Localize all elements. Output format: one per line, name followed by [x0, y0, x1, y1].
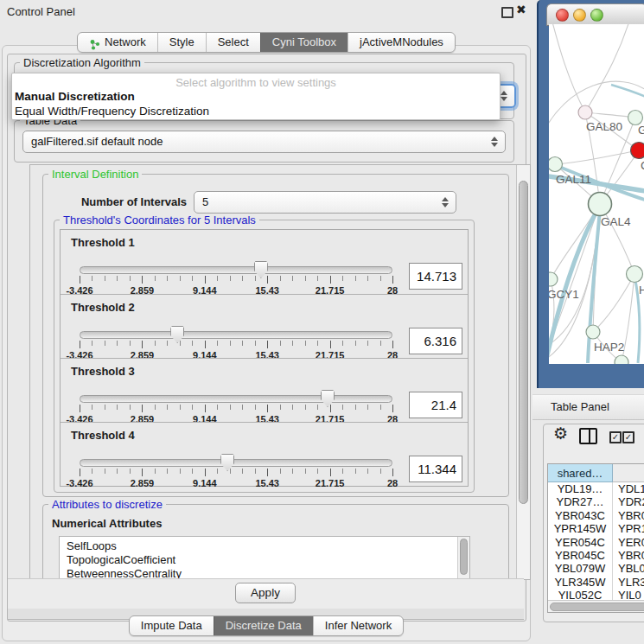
- tab-jactivemnodules[interactable]: jActiveMNodules: [348, 33, 455, 52]
- threshold-value-field[interactable]: 14.713: [409, 263, 462, 290]
- network-window-titlebar[interactable]: [546, 3, 644, 26]
- threshold-label: Threshold 3: [71, 365, 135, 378]
- cell[interactable]: YBR045C: [548, 549, 613, 562]
- cell[interactable]: YBL0: [613, 562, 644, 575]
- checkbox-icon[interactable]: ✓: [622, 431, 634, 443]
- tick: [392, 341, 393, 348]
- cell[interactable]: YBL079W: [548, 562, 613, 575]
- tick: [267, 276, 268, 284]
- table-row[interactable]: YDR27…YDR2: [548, 495, 644, 508]
- table-row[interactable]: YDL19…YDL1: [548, 482, 644, 495]
- scrollbar-thumb[interactable]: [519, 181, 528, 504]
- apply-button[interactable]: Apply: [235, 583, 296, 603]
- tab-label: Infer Network: [325, 616, 392, 635]
- tab-style[interactable]: Style: [157, 33, 206, 52]
- cell[interactable]: YPR145W: [548, 522, 613, 535]
- tick: [142, 276, 143, 284]
- table-row[interactable]: YBR045CYBR0: [548, 549, 644, 562]
- slider-track[interactable]: [80, 331, 392, 339]
- float-window-icon[interactable]: [501, 7, 513, 18]
- numerical-attributes-list[interactable]: SelfLoops TopologicalCoefficient Between…: [59, 536, 470, 580]
- threshold-slider[interactable]: -3.426 2.859 9.144 15.43 21.715 28: [80, 329, 392, 355]
- threshold-value-field[interactable]: 21.4: [409, 392, 462, 418]
- cell[interactable]: YDL1: [613, 482, 644, 495]
- node-label-gal4: GAL4: [601, 215, 631, 228]
- table-data-select[interactable]: galFiltered.sif default node: [22, 131, 506, 153]
- tick: [80, 405, 80, 412]
- network-canvas[interactable]: GAL80 GAL11 GAL4 GCY1 HAP2 GA C H: [549, 24, 644, 364]
- list-item[interactable]: SelfLoops: [60, 537, 469, 553]
- table-row[interactable]: YLR345WYLR3: [548, 576, 644, 589]
- list-scrollbar[interactable]: [457, 537, 469, 580]
- tab-discretize-data[interactable]: Discretize Data: [214, 616, 313, 635]
- node-green[interactable]: [628, 111, 643, 125]
- threshold-value-field[interactable]: 11.344: [409, 456, 462, 482]
- close-traffic-light[interactable]: [556, 9, 569, 22]
- tick: [267, 341, 268, 348]
- column-header-name[interactable]: na: [613, 464, 644, 482]
- cell[interactable]: YDR2: [613, 495, 644, 508]
- node-gal4[interactable]: [589, 193, 612, 216]
- tick: [205, 469, 206, 476]
- settings-scrollbar[interactable]: [516, 165, 530, 579]
- cell[interactable]: YLR3: [613, 576, 644, 589]
- table-horizontal-scrollbar[interactable]: [548, 600, 644, 612]
- spinner-arrows-icon: [442, 197, 449, 207]
- node-gal11[interactable]: [549, 157, 563, 172]
- minimize-traffic-light[interactable]: [573, 9, 586, 22]
- cell[interactable]: YER0: [613, 536, 644, 549]
- close-icon[interactable]: ✖: [516, 3, 526, 16]
- table-row[interactable]: YPR145WYPR1: [548, 522, 644, 535]
- node-hap2[interactable]: [586, 325, 600, 339]
- dropdown-item-equal-width[interactable]: Equal Width/Frequency Discretization: [12, 104, 500, 118]
- tick: [205, 341, 206, 348]
- list-item[interactable]: TopologicalCoefficient: [60, 553, 469, 567]
- columns-icon[interactable]: [579, 428, 597, 444]
- slider-track[interactable]: [80, 459, 392, 467]
- table-row[interactable]: YBL079WYBL0: [548, 562, 644, 575]
- cell[interactable]: YBR0: [613, 509, 644, 522]
- tab-infer-network[interactable]: Infer Network: [313, 616, 403, 635]
- node-label-gal11: GAL11: [556, 173, 591, 186]
- dropdown-item-manual[interactable]: Manual Discretization: [12, 89, 500, 104]
- node-red-selected[interactable]: [631, 143, 644, 159]
- tick: [205, 405, 206, 412]
- threshold-slider[interactable]: -3.426 2.859 9.144 15.43 21.715 28: [80, 265, 392, 290]
- cell[interactable]: YLR345W: [548, 576, 613, 589]
- threshold-coordinates-group: Threshold's Coordinates for 5 Intervals …: [54, 220, 475, 493]
- node-gal80[interactable]: [578, 105, 592, 119]
- threshold-slider[interactable]: -3.426 2.859 9.144 15.43 21.715 28: [80, 393, 392, 419]
- table-row[interactable]: YBR043CYBR0: [548, 509, 644, 522]
- attributes-group: Attributes to discretize Numerical Attri…: [42, 504, 509, 580]
- tab-cyni-toolbox[interactable]: Cyni Toolbox: [260, 33, 348, 52]
- zoom-traffic-light[interactable]: [590, 9, 603, 22]
- column-header-shared[interactable]: shared…: [548, 464, 613, 482]
- cell[interactable]: YBR0: [613, 549, 644, 562]
- threshold-slider[interactable]: -3.426 2.859 9.144 15.43 21.715 28: [80, 457, 392, 483]
- tab-network[interactable]: Network: [78, 33, 157, 52]
- spinner-arrows-icon: [491, 137, 498, 147]
- node-label-hap2: HAP2: [594, 341, 624, 354]
- node-h[interactable]: [627, 266, 643, 283]
- cell[interactable]: YBR043C: [548, 509, 613, 522]
- group-title: Threshold's Coordinates for 5 Intervals: [60, 214, 259, 226]
- cell[interactable]: YDL19…: [548, 482, 613, 495]
- threshold-value-field[interactable]: 6.316: [409, 328, 462, 354]
- tab-select[interactable]: Select: [206, 33, 260, 52]
- cell[interactable]: YDR27…: [548, 495, 613, 508]
- network-icon: [89, 37, 100, 48]
- node-gcy1[interactable]: [549, 272, 558, 286]
- node-bottom[interactable]: [615, 355, 628, 364]
- scrollbar-thumb[interactable]: [460, 539, 468, 575]
- table-data-value: galFiltered.sif default node: [31, 135, 163, 148]
- slider-track[interactable]: [80, 266, 392, 274]
- slider-track[interactable]: [80, 395, 392, 403]
- tab-impute-data[interactable]: Impute Data: [130, 616, 214, 635]
- num-intervals-select[interactable]: 5: [194, 191, 456, 214]
- cell[interactable]: YER054C: [548, 536, 613, 549]
- cell[interactable]: YPR1: [613, 522, 644, 535]
- table-row[interactable]: YER054CYER0: [548, 536, 644, 549]
- gear-icon[interactable]: ⚙: [553, 424, 568, 443]
- scrollbar-thumb[interactable]: [550, 603, 644, 611]
- checkbox-icon[interactable]: ✓: [609, 431, 622, 443]
